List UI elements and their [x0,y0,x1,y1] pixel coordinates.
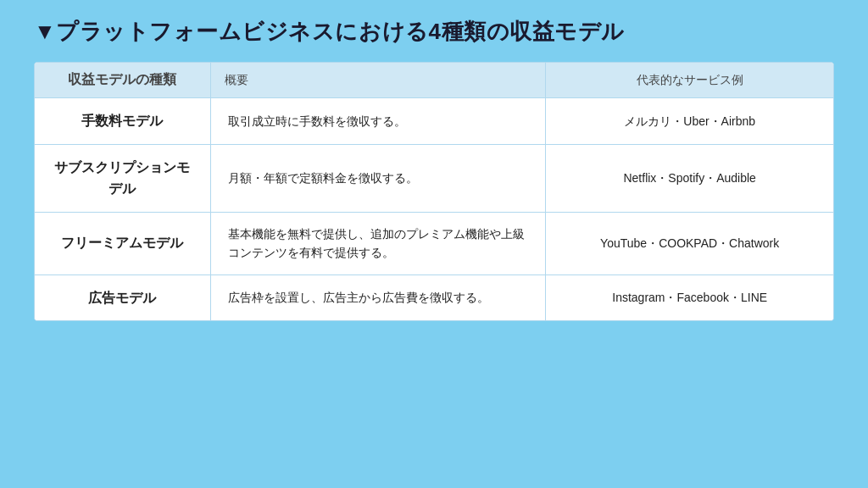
page-title: ▼プラットフォームビジネスにおける4種類の収益モデル [34,17,625,47]
cell-type-3: 広告モデル [35,274,210,320]
cell-summary-3: 広告枠を設置し、広告主から広告費を徴収する。 [210,274,546,320]
cell-example-3: Instagram・Facebook・LINE [546,274,833,320]
table-row: サブスクリプションモデル月額・年額で定額料金を徴収する。Netflix・Spot… [35,144,833,212]
cell-example-0: メルカリ・Uber・Airbnb [546,98,833,145]
table-row: 広告モデル広告枠を設置し、広告主から広告費を徴収する。Instagram・Fac… [35,274,833,320]
table-row: フリーミアムモデル基本機能を無料で提供し、追加のプレミアム機能や上級コンテンツを… [35,212,833,274]
cell-example-2: YouTube・COOKPAD・Chatwork [546,212,833,274]
header-type: 収益モデルの種類 [35,63,210,98]
cell-example-1: Netflix・Spotify・Audible [546,144,833,212]
cell-summary-2: 基本機能を無料で提供し、追加のプレミアム機能や上級コンテンツを有料で提供する。 [210,212,546,274]
header-example: 代表的なサービス例 [546,63,833,98]
cell-type-0: 手数料モデル [35,98,210,145]
cell-type-1: サブスクリプションモデル [35,144,210,212]
cell-summary-1: 月額・年額で定額料金を徴収する。 [210,144,546,212]
table-row: 手数料モデル取引成立時に手数料を徴収する。メルカリ・Uber・Airbnb [35,98,833,145]
revenue-model-table: 収益モデルの種類 概要 代表的なサービス例 手数料モデル取引成立時に手数料を徴収… [34,62,834,321]
cell-summary-0: 取引成立時に手数料を徴収する。 [210,98,546,145]
table-header-row: 収益モデルの種類 概要 代表的なサービス例 [35,63,833,98]
cell-type-2: フリーミアムモデル [35,212,210,274]
header-summary: 概要 [210,63,546,98]
